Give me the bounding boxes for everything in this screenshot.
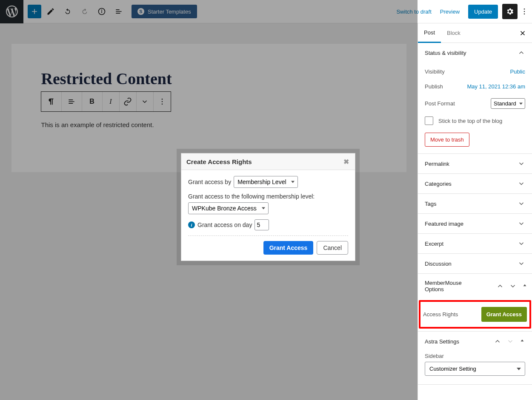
wordpress-icon (6, 6, 18, 17)
stick-label: Stick to the top of the blog (438, 118, 502, 124)
sidebar-sub-label: Sidebar (425, 353, 525, 359)
close-sidebar-button[interactable] (518, 28, 528, 38)
paragraph-icon (46, 97, 56, 106)
panel-head-status[interactable]: Status & visibility (418, 43, 532, 62)
chevron-down-icon[interactable] (506, 338, 514, 345)
more-options-button[interactable] (520, 4, 529, 19)
align-button[interactable] (62, 92, 82, 111)
chevron-down-icon (141, 98, 149, 105)
publish-value[interactable]: May 11, 2021 12:36 am (467, 83, 525, 90)
access-rights-row: Access Rights Grant Access (419, 300, 531, 329)
switch-to-draft-link[interactable]: Switch to draft (396, 9, 431, 15)
svg-point-3 (524, 9, 525, 10)
link-icon (123, 97, 132, 106)
starter-icon: S (137, 8, 144, 15)
close-icon (519, 29, 526, 37)
info-button[interactable] (94, 4, 109, 19)
list-icon (114, 7, 123, 16)
panel-head-tags[interactable]: Tags (418, 194, 532, 213)
grant-access-modal-button[interactable]: Grant Access (263, 241, 314, 255)
link-button[interactable] (120, 92, 137, 111)
paragraph-text[interactable]: This is an example of restricted content… (41, 121, 377, 128)
pencil-icon (46, 7, 55, 16)
panel-head-permalink[interactable]: Permalink (418, 154, 532, 173)
settings-button[interactable] (502, 4, 518, 19)
svg-point-6 (161, 99, 163, 100)
add-block-button[interactable] (28, 5, 41, 18)
modal-wrapper: Create Access Rights ✖ Grant access by M… (177, 149, 360, 265)
chevron-down-icon (518, 220, 525, 227)
block-toolbar: B I (41, 91, 171, 112)
panel-head-membermouse[interactable]: MemberMouse Options (418, 274, 532, 298)
outline-button[interactable] (111, 4, 126, 19)
access-rights-label: Access Rights (423, 311, 458, 318)
update-button[interactable]: Update (468, 5, 498, 19)
panel-head-discussion[interactable]: Discussion (418, 254, 532, 273)
top-toolbar: S Starter Templates Switch to draft Prev… (0, 0, 532, 23)
paragraph-block-button[interactable] (41, 92, 62, 111)
chevron-down-icon (518, 180, 525, 187)
triangle-up-icon[interactable] (519, 338, 525, 345)
svg-point-5 (524, 14, 525, 15)
move-to-trash-button[interactable]: Move to trash (425, 133, 469, 147)
dots-vertical-icon (520, 7, 529, 16)
dots-vertical-icon (158, 97, 166, 106)
panel-title: Status & visibility (425, 50, 466, 56)
grant-by-label: Grant access by (188, 179, 231, 185)
panel-astra: Astra Settings Sidebar Customizer Settin… (418, 332, 532, 385)
bold-button[interactable]: B (82, 92, 103, 111)
format-select[interactable]: Standard (491, 98, 525, 109)
italic-button[interactable]: I (103, 92, 120, 111)
preview-link[interactable]: Preview (440, 9, 460, 15)
panel-head-astra[interactable]: Astra Settings (418, 332, 532, 351)
chevron-down-icon (518, 200, 525, 207)
block-more-button[interactable] (154, 92, 171, 111)
visibility-value[interactable]: Public (510, 68, 525, 75)
svg-point-8 (161, 104, 163, 105)
visibility-label: Visibility (425, 68, 445, 75)
wordpress-logo[interactable] (0, 0, 23, 23)
stick-checkbox[interactable] (425, 116, 433, 125)
undo-button[interactable] (60, 4, 75, 19)
publish-label: Publish (425, 83, 443, 90)
svg-point-7 (161, 101, 163, 102)
chevron-down-icon (518, 240, 525, 247)
svg-point-4 (524, 11, 525, 12)
modal-title: Create Access Rights (186, 158, 252, 165)
align-icon (67, 97, 76, 106)
tab-post[interactable]: Post (418, 23, 441, 43)
panel-head-categories[interactable]: Categories (418, 174, 532, 193)
post-title[interactable]: Restricted Content (41, 69, 377, 88)
chevron-up-icon (518, 49, 525, 57)
chevron-down-icon[interactable] (509, 282, 517, 290)
membership-level-select[interactable]: WPKube Bronze Access (188, 202, 269, 214)
settings-sidebar: Post Block Status & visibility Visibilit… (418, 23, 532, 400)
italic-icon: I (109, 98, 112, 105)
starter-templates-button[interactable]: S Starter Templates (132, 5, 197, 18)
tab-block[interactable]: Block (441, 24, 466, 42)
gear-icon (506, 7, 514, 16)
cancel-button[interactable]: Cancel (317, 241, 348, 255)
chevron-down-icon (518, 160, 525, 167)
triangle-up-icon[interactable] (522, 282, 528, 290)
more-formatting-button[interactable] (137, 92, 154, 111)
grant-by-select[interactable]: Membership Level (234, 176, 298, 188)
chevron-down-icon (518, 260, 525, 267)
sidebar-tabs: Post Block (418, 23, 532, 43)
svg-point-2 (102, 10, 102, 10)
info-icon (97, 7, 106, 16)
grant-access-sidebar-button[interactable]: Grant Access (481, 307, 527, 322)
redo-button[interactable] (77, 4, 92, 19)
chevron-up-icon[interactable] (494, 338, 501, 345)
chevron-up-icon[interactable] (496, 282, 504, 290)
panel-head-featured[interactable]: Featured image (418, 214, 532, 233)
panel-membermouse: MemberMouse Options Access Rights Grant … (418, 274, 532, 332)
redo-icon (80, 7, 89, 16)
undo-icon (63, 7, 72, 16)
edit-mode-button[interactable] (43, 4, 58, 19)
modal-close-button[interactable]: ✖ (342, 158, 350, 165)
grant-to-label: Grant access to the following membership… (188, 193, 315, 200)
panel-head-excerpt[interactable]: Excerpt (418, 234, 532, 253)
grant-day-input[interactable] (255, 219, 269, 230)
astra-sidebar-select[interactable]: Customizer Setting (425, 362, 525, 376)
